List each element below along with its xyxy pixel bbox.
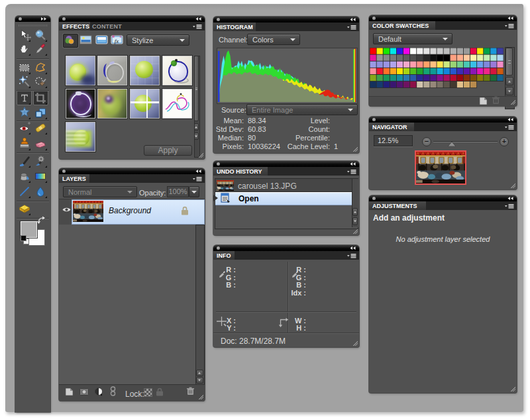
svg-text:fx: fx — [115, 38, 119, 44]
